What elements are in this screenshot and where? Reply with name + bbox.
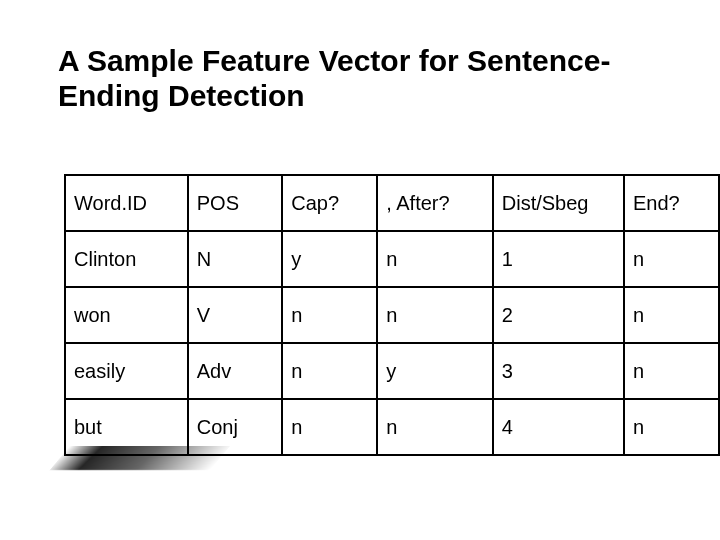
- cell: n: [282, 343, 377, 399]
- cell: 4: [493, 399, 624, 455]
- table-row: Clinton N y n 1 n: [65, 231, 719, 287]
- col-header-cap: Cap?: [282, 175, 377, 231]
- table-header-row: Word.ID POS Cap? , After? Dist/Sbeg End?: [65, 175, 719, 231]
- feature-table: Word.ID POS Cap? , After? Dist/Sbeg End?…: [64, 174, 720, 456]
- cell: n: [377, 231, 492, 287]
- cell: n: [624, 287, 719, 343]
- slide-title: A Sample Feature Vector for Sentence- En…: [58, 44, 658, 113]
- cell: Adv: [188, 343, 283, 399]
- col-header-after: , After?: [377, 175, 492, 231]
- cell: N: [188, 231, 283, 287]
- cell: 3: [493, 343, 624, 399]
- cell: 2: [493, 287, 624, 343]
- title-line-2: Ending Detection: [58, 79, 305, 112]
- cell: n: [377, 287, 492, 343]
- table-3d-shadow: [50, 446, 230, 470]
- cell: won: [65, 287, 188, 343]
- cell: V: [188, 287, 283, 343]
- cell: n: [624, 399, 719, 455]
- cell: n: [282, 287, 377, 343]
- cell: n: [624, 231, 719, 287]
- cell: n: [377, 399, 492, 455]
- cell: easily: [65, 343, 188, 399]
- table-row: won V n n 2 n: [65, 287, 719, 343]
- cell: n: [624, 343, 719, 399]
- cell: Clinton: [65, 231, 188, 287]
- col-header-pos: POS: [188, 175, 283, 231]
- slide: A Sample Feature Vector for Sentence- En…: [0, 0, 720, 540]
- title-line-1: A Sample Feature Vector for Sentence-: [58, 44, 610, 77]
- col-header-distsbeg: Dist/Sbeg: [493, 175, 624, 231]
- cell: 1: [493, 231, 624, 287]
- col-header-end: End?: [624, 175, 719, 231]
- cell: y: [282, 231, 377, 287]
- col-header-wordid: Word.ID: [65, 175, 188, 231]
- feature-table-wrap: Word.ID POS Cap? , After? Dist/Sbeg End?…: [64, 174, 720, 456]
- table-row: easily Adv n y 3 n: [65, 343, 719, 399]
- cell: n: [282, 399, 377, 455]
- cell: y: [377, 343, 492, 399]
